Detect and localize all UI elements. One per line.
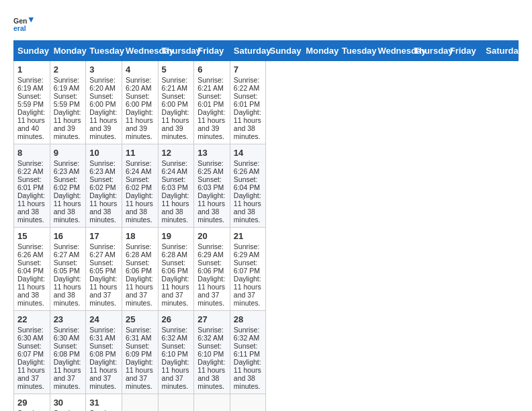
week-row-2: 8Sunrise: 6:22 AMSunset: 6:01 PMDaylight…	[14, 144, 519, 228]
day-info: Sunrise: 6:30 AM	[17, 326, 46, 342]
day-info: Sunrise: 6:28 AM	[162, 242, 191, 259]
day-info: Sunrise: 6:31 AM	[89, 326, 118, 342]
day-number: 29	[17, 398, 46, 408]
day-info: Sunrise: 6:26 AM	[17, 242, 46, 259]
day-info: Daylight: 11 hours	[17, 108, 46, 124]
day-cell: 21Sunrise: 6:29 AMSunset: 6:07 PMDayligh…	[230, 228, 266, 311]
day-number: 16	[54, 231, 83, 241]
col-header-monday: Monday	[50, 41, 86, 61]
day-info: and 38 minutes.	[126, 208, 154, 224]
day-info: Sunset: 5:59 PM	[54, 92, 83, 108]
day-info: Sunset: 6:06 PM	[197, 259, 226, 275]
day-number: 22	[17, 314, 46, 324]
day-number: 1	[17, 64, 46, 75]
day-info: Sunrise: 6:32 AM	[197, 326, 226, 342]
day-cell: 19Sunrise: 6:28 AMSunset: 6:06 PMDayligh…	[158, 228, 194, 311]
day-number: 20	[197, 231, 226, 241]
day-number: 3	[89, 64, 118, 75]
day-cell	[158, 394, 194, 412]
col-header-thursday: Thursday	[158, 41, 194, 61]
day-info: Sunrise: 6:27 AM	[54, 242, 83, 259]
day-info: Daylight: 11 hours	[126, 275, 154, 291]
day-info: Sunset: 6:07 PM	[17, 342, 46, 358]
day-info: Sunset: 6:01 PM	[197, 92, 226, 108]
col-header-friday: Friday	[194, 41, 230, 61]
day-number: 21	[234, 231, 263, 241]
day-cell: 1Sunrise: 6:19 AMSunset: 5:59 PMDaylight…	[14, 61, 50, 144]
day-info: and 37 minutes.	[126, 374, 154, 390]
day-info: Sunrise: 6:29 AM	[197, 242, 226, 259]
day-info: and 37 minutes.	[162, 291, 191, 307]
week-row-1: 1Sunrise: 6:19 AMSunset: 5:59 PMDaylight…	[14, 61, 519, 144]
day-number: 6	[197, 64, 226, 75]
day-info: Sunrise: 6:21 AM	[197, 76, 226, 92]
day-info: Sunset: 6:06 PM	[162, 259, 191, 275]
day-info: Sunrise: 6:19 AM	[54, 76, 83, 92]
svg-text:eral: eral	[13, 24, 26, 32]
day-info: Daylight: 11 hours	[162, 108, 191, 124]
day-number: 19	[162, 231, 191, 241]
col-header-sunday: Sunday	[14, 41, 50, 61]
week-row-5: 29Sunrise: 6:33 AMSunset: 6:11 PMDayligh…	[14, 394, 519, 412]
day-info: Sunset: 6:09 PM	[126, 342, 154, 358]
svg-marker-2	[29, 17, 34, 23]
day-cell: 28Sunrise: 6:32 AMSunset: 6:11 PMDayligh…	[230, 311, 266, 394]
day-info: and 39 minutes.	[197, 124, 226, 140]
day-info: Sunrise: 6:21 AM	[162, 76, 191, 92]
day-info: Sunrise: 6:32 AM	[234, 326, 263, 342]
day-info: and 38 minutes.	[197, 208, 226, 224]
day-info: Daylight: 11 hours	[17, 358, 46, 374]
day-number: 13	[197, 148, 226, 158]
day-cell: 7Sunrise: 6:22 AMSunset: 6:01 PMDaylight…	[230, 61, 266, 144]
day-cell: 2Sunrise: 6:19 AMSunset: 5:59 PMDaylight…	[50, 61, 86, 144]
day-info: and 38 minutes.	[162, 208, 191, 224]
day-info: Sunset: 6:06 PM	[126, 259, 154, 275]
day-info: and 38 minutes.	[89, 208, 118, 224]
calendar-table: SundayMondayTuesdayWednesdayThursdayFrid…	[13, 40, 519, 411]
day-info: Daylight: 11 hours	[54, 275, 83, 291]
day-number: 4	[126, 64, 154, 75]
day-info: Sunrise: 6:23 AM	[54, 159, 83, 175]
day-number: 17	[89, 231, 118, 241]
day-info: and 37 minutes.	[89, 291, 118, 307]
week-row-4: 22Sunrise: 6:30 AMSunset: 6:07 PMDayligh…	[14, 311, 519, 394]
day-cell: 17Sunrise: 6:27 AMSunset: 6:05 PMDayligh…	[86, 228, 122, 311]
day-cell: 6Sunrise: 6:21 AMSunset: 6:01 PMDaylight…	[194, 61, 230, 144]
day-info: Daylight: 11 hours	[126, 191, 154, 208]
day-info: and 38 minutes.	[234, 124, 263, 140]
day-info: and 38 minutes.	[54, 208, 83, 224]
day-number: 12	[162, 148, 191, 158]
day-cell: 18Sunrise: 6:28 AMSunset: 6:06 PMDayligh…	[122, 228, 158, 311]
day-number: 30	[54, 398, 83, 408]
day-cell: 26Sunrise: 6:32 AMSunset: 6:10 PMDayligh…	[158, 311, 194, 394]
day-info: Daylight: 11 hours	[126, 108, 154, 124]
day-cell: 24Sunrise: 6:31 AMSunset: 6:08 PMDayligh…	[86, 311, 122, 394]
day-info: Sunrise: 6:31 AM	[126, 326, 154, 342]
day-info: Sunset: 5:59 PM	[17, 92, 46, 108]
day-info: and 38 minutes.	[234, 208, 263, 224]
day-info: Daylight: 11 hours	[54, 108, 83, 124]
day-cell: 23Sunrise: 6:30 AMSunset: 6:08 PMDayligh…	[50, 311, 86, 394]
logo: Gen eral	[13, 13, 35, 34]
day-number: 18	[126, 231, 154, 241]
day-number: 28	[234, 314, 263, 324]
col-header: Tuesday	[338, 41, 374, 61]
day-info: Sunset: 6:04 PM	[234, 175, 263, 191]
day-cell: 20Sunrise: 6:29 AMSunset: 6:06 PMDayligh…	[194, 228, 230, 311]
col-header: Wednesday	[374, 41, 410, 61]
day-cell: 14Sunrise: 6:26 AMSunset: 6:04 PMDayligh…	[230, 144, 266, 228]
day-info: Daylight: 11 hours	[162, 358, 191, 374]
col-header: Friday	[446, 41, 482, 61]
day-info: Sunrise: 6:20 AM	[89, 76, 118, 92]
day-info: Daylight: 11 hours	[54, 358, 83, 374]
logo-icon: Gen eral	[13, 13, 34, 34]
day-info: and 39 minutes.	[126, 124, 154, 140]
day-info: Daylight: 11 hours	[17, 275, 46, 291]
day-cell: 30Sunrise: 6:33 AMSunset: 6:12 PMDayligh…	[50, 394, 86, 412]
day-number: 27	[197, 314, 226, 324]
day-cell	[194, 394, 230, 412]
day-info: and 38 minutes.	[17, 208, 46, 224]
col-header: Sunday	[266, 41, 302, 61]
day-info: Daylight: 11 hours	[54, 191, 83, 208]
day-info: Sunrise: 6:30 AM	[54, 326, 83, 342]
